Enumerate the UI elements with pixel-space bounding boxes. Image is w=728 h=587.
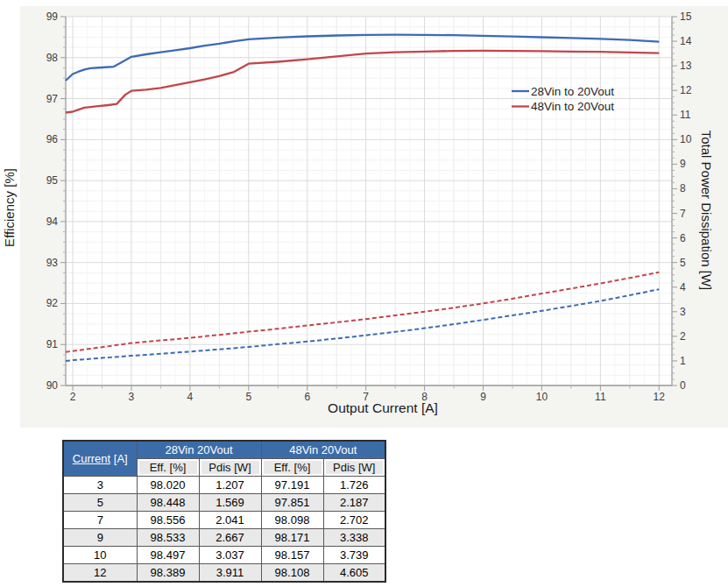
x-tick-label: 6: [304, 391, 310, 403]
x-tick-label: 2: [70, 391, 76, 403]
y-right-tick-label: 13: [680, 60, 692, 72]
y-left-tick-label: 94: [46, 216, 59, 228]
y-right-tick-label: 14: [680, 35, 692, 47]
cell-eff48: 98.108: [261, 564, 323, 583]
cell-current: 9: [63, 529, 137, 547]
results-table-wrap: Current [A] 28Vin 20Vout 48Vin 20Vout Ef…: [62, 440, 386, 583]
cell-current: 7: [63, 512, 137, 529]
cell-eff28: 98.533: [137, 529, 199, 547]
efficiency-chart: 9091929394959697989901234567891011121314…: [0, 0, 728, 429]
table-row: 3 98.020 1.207 97.191 1.726: [63, 477, 385, 494]
header-current-word: Current: [73, 452, 110, 465]
cell-pdis28: 1.569: [199, 494, 261, 512]
y-left-tick-label: 93: [46, 257, 59, 269]
y-left-tick-label: 96: [46, 133, 59, 145]
y-left-tick-label: 99: [46, 11, 59, 23]
subheader-pdis-48: Pdis [W]: [323, 459, 385, 477]
cell-pdis28: 1.207: [199, 477, 261, 494]
x-tick-label: 10: [536, 391, 548, 403]
cell-pdis48: 1.726: [323, 477, 385, 494]
cell-eff48: 97.851: [261, 494, 323, 512]
chart-canvas: 9091929394959697989901234567891011121314…: [0, 0, 728, 429]
table-row: 10 98.497 3.037 98.157 3.739: [63, 547, 385, 564]
y-right-tick-label: 15: [680, 11, 692, 23]
y-left-tick-label: 95: [46, 174, 59, 187]
legend-item-label: 28Vin to 20Vout: [531, 85, 614, 98]
cell-eff28: 98.448: [137, 494, 199, 512]
y-right-tick-label: 6: [680, 232, 686, 244]
x-axis-title: Output Current [A]: [328, 400, 438, 415]
cell-pdis28: 2.041: [199, 512, 261, 529]
y-right-tick-label: 11: [680, 109, 691, 121]
y-right-axis-title: Total Power Dissipation [W]: [699, 131, 714, 291]
y-left-tick-label: 97: [46, 93, 59, 105]
x-tick-label: 4: [187, 391, 194, 403]
legend-item-label: 48Vin to 20Vout: [531, 100, 614, 113]
cell-eff48: 98.098: [261, 512, 323, 529]
cell-pdis48: 4.605: [323, 564, 385, 583]
cell-eff48: 98.171: [261, 529, 323, 547]
y-right-tick-label: 2: [680, 330, 686, 343]
table-row: 7 98.556 2.041 98.098 2.702: [63, 512, 385, 529]
page: { "chart_data": { "type": "line", "title…: [0, 0, 728, 587]
cell-pdis28: 3.037: [199, 547, 261, 564]
y-right-tick-label: 5: [680, 257, 686, 269]
cell-current: 5: [63, 494, 137, 512]
results-table: Current [A] 28Vin 20Vout 48Vin 20Vout Ef…: [62, 440, 386, 583]
y-right-tick-label: 3: [680, 306, 686, 318]
table-row: 9 98.533 2.667 98.171 3.338: [63, 529, 385, 547]
header-current: Current [A]: [63, 441, 137, 477]
y-left-tick-label: 90: [46, 379, 59, 392]
y-left-tick-label: 92: [46, 297, 59, 309]
x-tick-label: 3: [129, 391, 135, 403]
y-right-tick-label: 7: [680, 208, 686, 220]
y-right-tick-label: 12: [680, 84, 692, 96]
cell-eff28: 98.020: [137, 477, 199, 494]
header-current-unit: [A]: [110, 452, 128, 465]
header-group-48vin: 48Vin 20Vout: [261, 441, 385, 459]
y-right-tick-label: 4: [680, 281, 686, 294]
y-left-tick-label: 91: [46, 338, 59, 350]
cell-pdis48: 2.187: [323, 494, 385, 512]
cell-pdis48: 3.739: [323, 547, 385, 564]
y-right-tick-label: 1: [680, 355, 686, 367]
table-row: 5 98.448 1.569 97.851 2.187: [63, 494, 385, 512]
y-right-tick-label: 9: [680, 158, 686, 170]
subheader-pdis-28: Pdis [W]: [199, 459, 261, 477]
y-right-tick-label: 10: [680, 133, 692, 145]
cell-pdis48: 2.702: [323, 512, 385, 529]
subheader-eff-48: Eff. [%]: [261, 459, 323, 477]
cell-current: 12: [63, 564, 137, 583]
cell-current: 10: [63, 547, 137, 564]
y-left-tick-label: 98: [46, 52, 59, 64]
header-group-28vin: 28Vin 20Vout: [137, 441, 261, 459]
cell-current: 3: [63, 477, 137, 494]
cell-eff28: 98.556: [137, 512, 199, 529]
cell-eff48: 98.157: [261, 547, 323, 564]
cell-eff28: 98.389: [137, 564, 199, 583]
y-left-axis-title: Efficiency [%]: [2, 168, 17, 247]
x-tick-label: 5: [245, 391, 251, 403]
subheader-eff-28: Eff. [%]: [137, 459, 199, 477]
y-right-tick-label: 8: [680, 182, 686, 194]
x-tick-label: 12: [654, 391, 666, 403]
cell-pdis28: 2.667: [199, 529, 261, 547]
cell-pdis48: 3.338: [323, 529, 385, 547]
x-tick-label: 9: [480, 391, 486, 403]
cell-eff48: 97.191: [261, 477, 323, 494]
cell-pdis28: 3.911: [199, 564, 261, 583]
x-tick-label: 11: [595, 391, 606, 403]
cell-eff28: 98.497: [137, 547, 199, 564]
table-row: 12 98.389 3.911 98.108 4.605: [63, 564, 385, 583]
y-right-tick-label: 0: [680, 379, 686, 392]
